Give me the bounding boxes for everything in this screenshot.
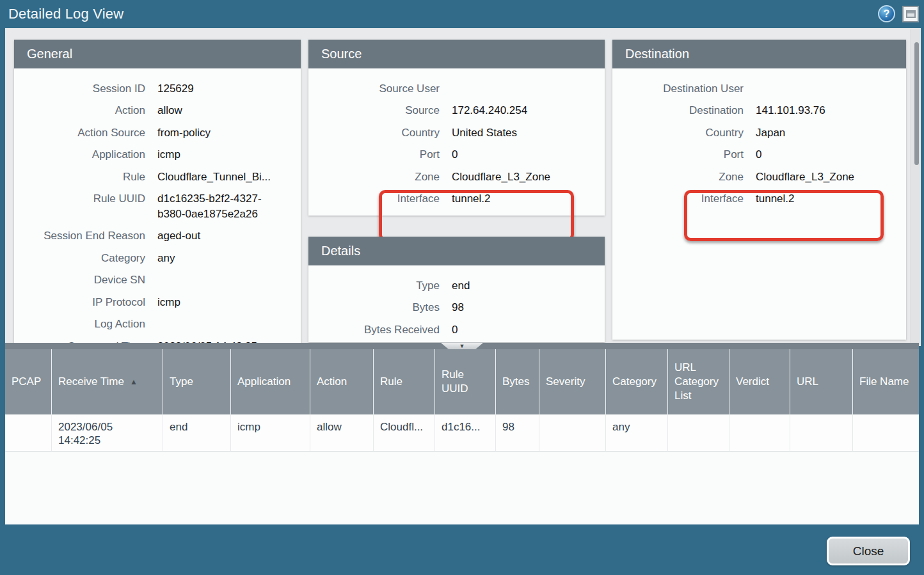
column-header-action[interactable]: Action bbox=[310, 349, 374, 414]
log-detail-section: General Session ID125629 Actionallow Act… bbox=[5, 28, 921, 346]
column-header-url[interactable]: URL bbox=[790, 349, 853, 414]
panel-source: Source Source User Source172.64.240.254 … bbox=[308, 40, 605, 216]
field-destination-interface: Interfacetunnel.2 bbox=[612, 188, 906, 210]
cell-url-category-list bbox=[668, 414, 729, 451]
page-title: Detailed Log View bbox=[8, 0, 123, 28]
panel-general-body: Session ID125629 Actionallow Action Sour… bbox=[14, 68, 301, 346]
panel-destination-body: Destination User Destination141.101.93.7… bbox=[612, 68, 906, 210]
cell-verdict bbox=[729, 414, 790, 451]
panel-details: Details Typeend Bytes98 Bytes Received0 bbox=[308, 237, 605, 342]
cell-url bbox=[790, 414, 853, 451]
field-action: Actionallow bbox=[14, 100, 301, 122]
cell-severity bbox=[539, 414, 606, 451]
field-ip-protocol: IP Protocolicmp bbox=[14, 291, 301, 313]
vertical-scrollbar-track[interactable] bbox=[911, 29, 920, 345]
cell-rule-uuid: d1c16... bbox=[435, 414, 496, 451]
sort-asc-icon: ▲ bbox=[130, 375, 138, 389]
field-source-zone: ZoneCloudflare_L3_Zone bbox=[308, 166, 605, 188]
panel-destination-title: Destination bbox=[612, 40, 906, 68]
column-header-receive-time[interactable]: Receive Time▲ bbox=[52, 349, 163, 414]
field-device-sn: Device SN bbox=[14, 269, 301, 292]
column-header-category[interactable]: Category bbox=[606, 349, 668, 414]
field-category: Categoryany bbox=[14, 247, 301, 269]
cell-file-name bbox=[853, 414, 919, 451]
column-header-url-category-list[interactable]: URL Category List bbox=[668, 349, 729, 414]
field-destination: Destination141.101.93.76 bbox=[612, 100, 906, 122]
column-header-bytes[interactable]: Bytes bbox=[496, 349, 539, 414]
panel-details-body: Typeend Bytes98 Bytes Received0 bbox=[308, 265, 605, 341]
field-bytes: Bytes98 bbox=[308, 297, 605, 319]
popout-window-icon[interactable] bbox=[902, 6, 919, 22]
column-header-rule-uuid[interactable]: Rule UUID bbox=[435, 349, 496, 414]
field-source: Source172.64.240.254 bbox=[308, 100, 605, 122]
vertical-scrollbar-thumb[interactable] bbox=[914, 42, 919, 165]
column-header-verdict[interactable]: Verdict bbox=[729, 349, 790, 414]
close-button[interactable]: Close bbox=[827, 537, 910, 565]
field-application: Applicationicmp bbox=[14, 144, 301, 166]
field-bytes-received: Bytes Received0 bbox=[308, 319, 605, 341]
cell-pcap bbox=[5, 414, 52, 451]
field-log-action: Log Action bbox=[14, 313, 301, 336]
panel-source-title: Source bbox=[308, 40, 605, 68]
help-icon[interactable]: ? bbox=[878, 5, 895, 22]
field-source-port: Port0 bbox=[308, 144, 605, 166]
column-header-rule[interactable]: Rule bbox=[374, 349, 435, 414]
field-rule-uuid: Rule UUIDd1c16235-b2f2-4327-b380-0ae1875… bbox=[14, 188, 301, 225]
column-header-type[interactable]: Type bbox=[163, 349, 231, 414]
splitter-handle[interactable]: ▼ bbox=[441, 343, 483, 349]
panel-destination: Destination Destination User Destination… bbox=[612, 40, 906, 340]
field-destination-user: Destination User bbox=[612, 77, 906, 100]
cell-category: any bbox=[606, 414, 668, 451]
cell-receive-time: 2023/06/05 14:42:25 bbox=[52, 414, 163, 451]
column-header-pcap[interactable]: PCAP bbox=[5, 349, 52, 414]
column-header-file-name[interactable]: File Name bbox=[853, 349, 919, 414]
field-destination-zone: ZoneCloudflare_L3_Zone bbox=[612, 166, 906, 188]
field-destination-port: Port0 bbox=[612, 144, 906, 166]
field-session-end-reason: Session End Reasonaged-out bbox=[14, 225, 301, 248]
panel-general-title: General bbox=[14, 40, 301, 68]
cell-type: end bbox=[163, 414, 231, 451]
field-action-source: Action Sourcefrom-policy bbox=[14, 122, 301, 144]
field-source-user: Source User bbox=[308, 77, 605, 100]
field-destination-country: CountryJapan bbox=[612, 122, 906, 144]
column-header-severity[interactable]: Severity bbox=[539, 349, 606, 414]
cell-rule: Cloudfl... bbox=[374, 414, 435, 451]
panel-source-body: Source User Source172.64.240.254 Country… bbox=[308, 68, 605, 210]
cell-bytes: 98 bbox=[496, 414, 539, 451]
chevron-down-icon: ▼ bbox=[459, 343, 465, 349]
pane-splitter[interactable]: ▼ bbox=[5, 343, 919, 349]
log-table-row[interactable]: 2023/06/05 14:42:25 end icmp allow Cloud… bbox=[5, 414, 919, 452]
panel-general: General Session ID125629 Actionallow Act… bbox=[14, 40, 301, 346]
log-table-header: PCAP Receive Time▲ Type Application Acti… bbox=[5, 349, 919, 414]
cell-action: allow bbox=[310, 414, 374, 451]
dialog-titlebar: Detailed Log View ? bbox=[0, 0, 924, 28]
log-table: PCAP Receive Time▲ Type Application Acti… bbox=[5, 349, 919, 524]
column-header-application[interactable]: Application bbox=[231, 349, 310, 414]
field-type: Typeend bbox=[308, 274, 605, 297]
field-rule: RuleCloudflare_Tunnel_Bi... bbox=[14, 166, 301, 188]
field-source-interface: Interfacetunnel.2 bbox=[308, 188, 605, 210]
field-session-id: Session ID125629 bbox=[14, 77, 301, 100]
panel-details-title: Details bbox=[308, 237, 605, 265]
field-source-country: CountryUnited States bbox=[308, 122, 605, 144]
window-glyph bbox=[906, 10, 916, 18]
help-glyph: ? bbox=[884, 8, 890, 20]
cell-application: icmp bbox=[231, 414, 310, 451]
